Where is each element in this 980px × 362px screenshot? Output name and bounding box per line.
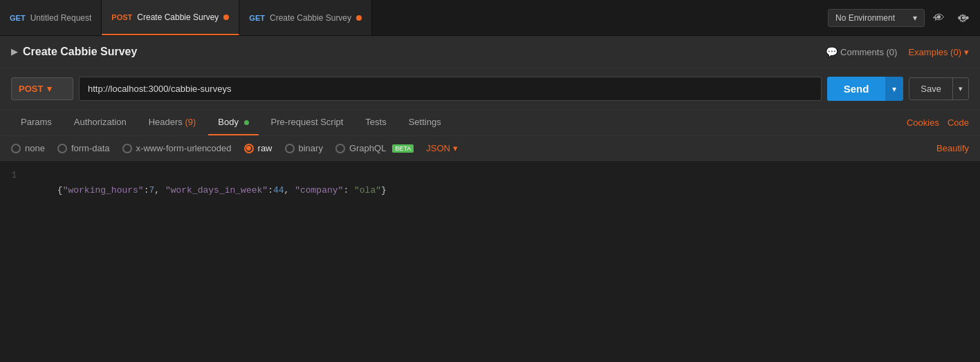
page-title: Create Cabbie Survey [23, 46, 137, 58]
tab-name-get-create: Create Cabbie Survey [270, 13, 351, 23]
option-graphql[interactable]: GraphQL BETA [335, 143, 414, 153]
code-content-1: {"working_hours":7, "work_days_in_week":… [25, 168, 387, 213]
val-ola: "ola" [354, 185, 381, 196]
close-brace: } [381, 185, 387, 196]
code-line-1: 1 {"working_hours":7, "work_days_in_week… [0, 168, 980, 213]
method-label-post: POST [111, 13, 132, 21]
title-arrow-icon: ▶ [11, 47, 17, 57]
send-dropdown-button[interactable]: ▾ [885, 77, 903, 101]
url-input[interactable] [79, 77, 822, 101]
binary-label: binary [299, 143, 323, 153]
tab-tests[interactable]: Tests [355, 110, 396, 135]
tabs-nav: Params Authorization Headers (9) Body Pr… [0, 110, 980, 136]
option-urlencoded[interactable]: x-www-form-urlencoded [122, 143, 232, 153]
none-label: none [25, 143, 45, 153]
content-titlebar: ▶ Create Cabbie Survey 💬 Comments (0) Ex… [0, 36, 980, 68]
settings-icon-button[interactable]: ⚙ [952, 8, 973, 28]
radio-binary-icon [285, 144, 295, 153]
request-title: ▶ Create Cabbie Survey [11, 46, 137, 58]
json-chevron-icon: ▾ [453, 143, 458, 153]
open-brace: { [57, 185, 63, 196]
env-icons: 👁 ⚙ [929, 8, 973, 28]
tab-name-untitled: Untitled Request [30, 13, 92, 23]
tab-pre-request[interactable]: Pre-request Script [261, 110, 353, 135]
key-working-hours: "working_hours" [63, 185, 144, 196]
tab-settings[interactable]: Settings [399, 110, 451, 135]
tab-authorization[interactable]: Authorization [64, 110, 136, 135]
tab-dot-get [356, 15, 362, 21]
body-dot-icon [244, 120, 249, 125]
method-dropdown[interactable]: POST ▾ [11, 77, 73, 100]
graphql-label: GraphQL [349, 143, 386, 153]
radio-none-icon [11, 144, 21, 153]
tab-get-untitled[interactable]: GET Untitled Request [0, 0, 102, 35]
request-row: POST ▾ Send ▾ Save ▾ [0, 68, 980, 110]
env-label: No Environment [835, 13, 895, 23]
form-data-label: form-data [71, 143, 110, 153]
env-bar: No Environment ▾ 👁 ⚙ [821, 0, 980, 36]
val-44: 44 [273, 185, 284, 196]
top-section: GET Untitled Request POST Create Cabbie … [0, 0, 980, 36]
body-tab-label: Body [218, 117, 239, 127]
method-label-get2: GET [249, 14, 265, 22]
option-none[interactable]: none [11, 143, 45, 153]
beautify-button[interactable]: Beautify [936, 143, 969, 153]
headers-count: (9) [185, 117, 196, 127]
urlencoded-label: x-www-form-urlencoded [136, 143, 232, 153]
examples-link[interactable]: Examples (0) ▾ [908, 47, 969, 57]
comments-link[interactable]: 💬 Comments (0) [826, 46, 897, 57]
option-binary[interactable]: binary [285, 143, 323, 153]
key-work-days: "work_days_in_week" [165, 185, 268, 196]
eye-icon-button[interactable]: 👁 [929, 8, 950, 28]
radio-urlencoded-icon [122, 144, 132, 153]
method-label-get: GET [10, 14, 26, 22]
save-dropdown-button[interactable]: ▾ [952, 78, 968, 99]
radio-raw-icon [244, 144, 254, 153]
beta-badge: BETA [392, 144, 414, 153]
tab-post-create[interactable]: POST Create Cabbie Survey [102, 0, 239, 35]
nav-right-links: Cookies Code [907, 117, 969, 128]
tab-get-create[interactable]: GET Create Cabbie Survey [239, 0, 372, 35]
method-chevron-icon: ▾ [47, 84, 52, 94]
comments-label: Comments (0) [840, 47, 897, 57]
comments-icon: 💬 [826, 46, 838, 57]
save-button[interactable]: Save [909, 78, 952, 99]
radio-graphql-icon [335, 144, 345, 153]
key-company: "company" [295, 185, 343, 196]
comma1: , [154, 185, 165, 196]
send-button[interactable]: Send [827, 77, 886, 101]
body-options: none form-data x-www-form-urlencoded raw… [0, 136, 980, 161]
method-value: POST [19, 84, 43, 94]
option-raw[interactable]: raw [244, 143, 272, 153]
json-label: JSON [426, 143, 450, 153]
tab-bar: GET Untitled Request POST Create Cabbie … [0, 0, 980, 36]
code-link[interactable]: Code [947, 117, 969, 128]
send-btn-group: Send ▾ [827, 77, 904, 101]
option-form-data[interactable]: form-data [57, 143, 110, 153]
colon2: : [268, 185, 273, 196]
tab-dot-post [223, 15, 229, 20]
examples-chevron-icon: ▾ [964, 47, 969, 57]
env-chevron-icon: ▾ [913, 13, 917, 23]
code-editor[interactable]: 1 {"working_hours":7, "work_days_in_week… [0, 161, 980, 272]
cookies-link[interactable]: Cookies [907, 117, 939, 128]
json-selector[interactable]: JSON ▾ [426, 143, 458, 153]
save-btn-group: Save ▾ [909, 77, 969, 100]
comma2: , [284, 185, 295, 196]
tab-params[interactable]: Params [11, 110, 62, 135]
tab-headers[interactable]: Headers (9) [139, 110, 206, 135]
raw-label: raw [258, 143, 272, 153]
line-number-1: 1 [0, 168, 25, 183]
colon3: : [343, 185, 354, 196]
tab-body[interactable]: Body [208, 110, 258, 135]
examples-label: Examples (0) [908, 47, 961, 57]
tab-name-post-create: Create Cabbie Survey [137, 12, 219, 22]
title-actions: 💬 Comments (0) Examples (0) ▾ [826, 46, 969, 57]
radio-form-data-icon [57, 144, 67, 153]
env-selector[interactable]: No Environment ▾ [828, 9, 925, 27]
